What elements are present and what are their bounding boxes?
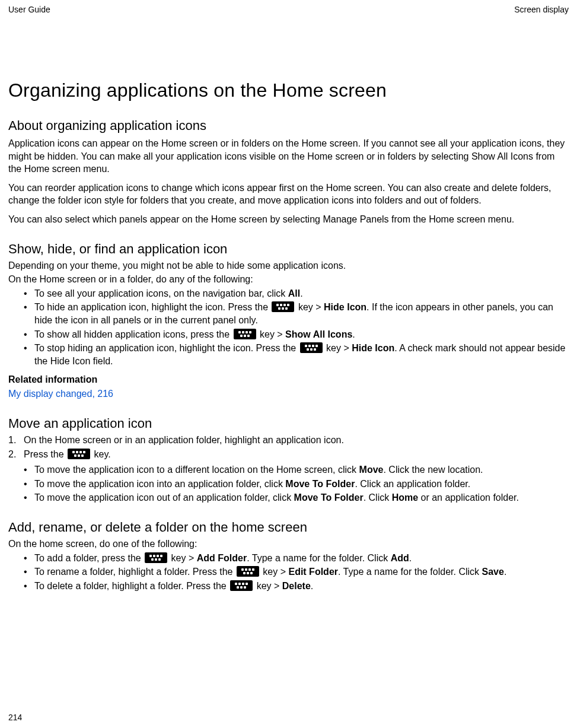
list-item: To hide an application icon, highlight t… (34, 301, 569, 326)
show-hide-intro-1: Depending on your theme, you might not b… (8, 259, 569, 272)
text: To add a folder, press the (34, 553, 144, 563)
move-to-folder-label: Move To Folder (294, 492, 364, 503)
blackberry-key-icon (234, 329, 256, 339)
text: To delete a folder, highlight a folder. … (34, 581, 229, 591)
hide-icon-label: Hide Icon (352, 343, 394, 353)
text: To rename a folder, highlight a folder. … (34, 567, 235, 577)
move-to-folder-label: Move To Folder (285, 479, 355, 489)
text: or an application folder. (418, 492, 519, 503)
step-number: 1. (8, 434, 16, 447)
list-item: To delete a folder, highlight a folder. … (34, 580, 569, 593)
page-title: Organizing applications on the Home scre… (8, 80, 569, 101)
step-2: 2. Press the key. To move the applicatio… (24, 448, 569, 504)
step-1: 1.On the Home screen or in an applicatio… (24, 434, 569, 447)
text: . Type a name for the folder. Click (247, 553, 391, 563)
text: key > (324, 343, 352, 353)
about-paragraph-3: You can also select which panels appear … (8, 213, 569, 226)
about-paragraph-1: Application icons can appear on the Home… (8, 137, 569, 176)
header-left: User Guide (8, 5, 50, 14)
blackberry-key-icon (237, 566, 259, 577)
related-information-label: Related information (8, 373, 569, 386)
show-hide-intro-2: On the Home screen or in a folder, do an… (8, 273, 569, 286)
list-item: To stop hiding an application icon, high… (34, 342, 569, 367)
all-label: All (288, 288, 300, 298)
list-item: To see all your application icons, on th… (34, 287, 569, 300)
text: . Click an application folder. (355, 479, 470, 489)
move-label: Move (359, 465, 384, 475)
related-info-heading: Related information (8, 374, 97, 384)
text: key > (257, 329, 286, 339)
text: . (311, 581, 313, 591)
text: To see all your application icons, on th… (34, 288, 288, 298)
blackberry-key-icon (272, 301, 294, 312)
section-heading-about: About organizing application icons (8, 118, 569, 133)
delete-label: Delete (282, 581, 311, 591)
edit-folder-label: Edit Folder (288, 567, 338, 577)
text: To show all hidden application icons, pr… (34, 329, 232, 339)
add-label: Add (391, 553, 409, 563)
folder-list: To add a folder, press the key > Add Fol… (8, 552, 569, 593)
list-item: To move the application icon out of an a… (34, 491, 569, 504)
text: To move the application icon into an app… (34, 479, 285, 489)
step-number: 2. (8, 448, 16, 461)
add-folder-label: Add Folder (197, 553, 247, 563)
section-heading-move: Move an application icon (8, 416, 569, 431)
text: key > (168, 553, 197, 563)
blackberry-key-icon (230, 580, 253, 591)
folder-intro: On the home screen, do one of the follow… (8, 538, 569, 551)
blackberry-key-icon (300, 342, 323, 353)
text: . Click the new location. (383, 465, 483, 475)
section-heading-folder: Add, rename, or delete a folder on the h… (8, 520, 569, 535)
list-item: To rename a folder, highlight a folder. … (34, 565, 569, 578)
text: . Type a name for the folder. Click (338, 567, 482, 577)
page-header: User Guide Screen display (8, 5, 569, 14)
section-heading-show-hide: Show, hide, or find an application icon (8, 241, 569, 257)
header-right: Screen display (514, 5, 569, 14)
list-item: To add a folder, press the key > Add Fol… (34, 552, 569, 565)
text: To hide an application icon, highlight t… (34, 302, 270, 312)
text: . (504, 567, 506, 577)
text: . (300, 288, 302, 298)
home-label: Home (392, 492, 418, 503)
hide-icon-label: Hide Icon (324, 302, 366, 312)
text: . (352, 329, 355, 339)
move-steps: 1.On the Home screen or in an applicatio… (8, 434, 569, 505)
text: To stop hiding an application icon, high… (34, 343, 299, 353)
step-text: On the Home screen or in an application … (24, 435, 344, 445)
blackberry-key-icon (145, 552, 167, 563)
text: key. (91, 449, 111, 459)
list-item: To move the application icon to a differ… (34, 463, 569, 476)
move-sublist: To move the application icon to a differ… (24, 463, 569, 504)
text: . (409, 553, 412, 563)
list-item: To show all hidden application icons, pr… (34, 328, 569, 341)
show-hide-list: To see all your application icons, on th… (8, 287, 569, 368)
text: To move the application icon out of an a… (34, 492, 294, 503)
text: Press the (24, 449, 66, 459)
list-item: To move the application icon into an app… (34, 478, 569, 491)
about-paragraph-2: You can reorder application icons to cha… (8, 182, 569, 207)
text: . Click (364, 492, 392, 503)
text: To move the application icon to a differ… (34, 465, 359, 475)
page-number: 214 (8, 713, 22, 722)
show-all-icons-label: Show All Icons (285, 329, 352, 339)
blackberry-key-icon (68, 449, 90, 459)
text: key > (295, 302, 324, 312)
text: key > (254, 581, 282, 591)
text: key > (260, 567, 289, 577)
related-link[interactable]: My display changed, 216 (8, 387, 569, 400)
save-label: Save (482, 567, 504, 577)
